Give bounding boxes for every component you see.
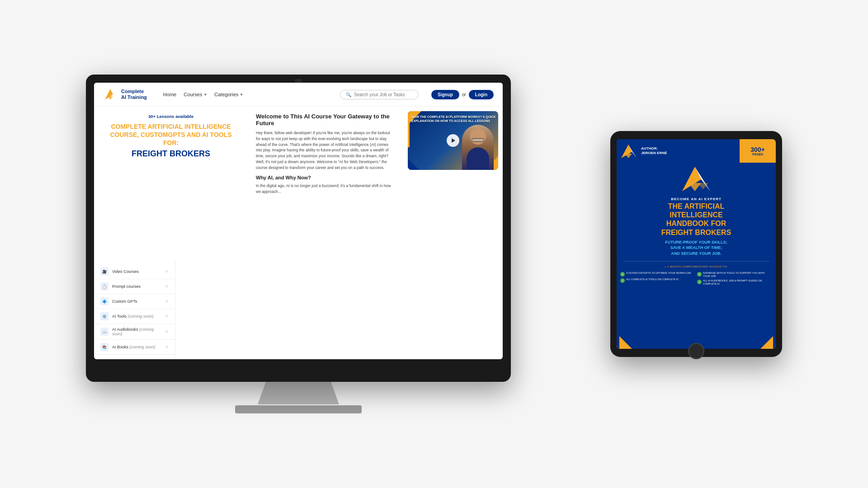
book-pages-area: 300+ PAGES	[740, 139, 776, 163]
triangle-right	[760, 336, 773, 349]
monitor-base	[235, 405, 362, 413]
custom-gpts-icon: 🔷	[100, 297, 108, 305]
categories-chevron: ▼	[240, 93, 243, 97]
sidebar-label: Custom GPTs	[112, 299, 137, 304]
book-author-label: AUTHOR:	[641, 146, 667, 151]
signup-button[interactable]: Signup	[431, 90, 459, 99]
sidebar-close-icon[interactable]: ✕	[165, 345, 169, 349]
svg-marker-3	[621, 145, 632, 158]
video-orange-bar	[408, 120, 410, 147]
article-subheading: Why AI, and Why Now?	[256, 175, 395, 180]
feature-text-4: ALL AI AUDIOBOOKS, JOB & PROMPT GUIDES O…	[703, 279, 772, 286]
monitor-screen: Complete AI Training Home Courses ▼	[94, 83, 503, 359]
book-feature-2: ✓ DATABASE WITH AI TOOLS TO SUPPORT YOU …	[697, 272, 772, 278]
sidebar-close-icon[interactable]: ✕	[165, 284, 169, 289]
sidebar-prompt-courses[interactable]: 📋 Prompt courses ✕	[94, 279, 175, 294]
nav-home[interactable]: Home	[163, 92, 176, 97]
svg-marker-6	[682, 167, 701, 191]
ai-audiobooks-icon: 📖	[100, 328, 108, 336]
lessons-badge: 30+ Lessons available	[103, 114, 239, 119]
check-icon-2: ✓	[697, 272, 702, 277]
book-divider	[623, 261, 769, 262]
navbar: Complete AI Training Home Courses ▼	[94, 83, 503, 107]
desktop-monitor: Complete AI Training Home Courses ▼	[86, 75, 511, 413]
sidebar-label: Video Courses	[112, 269, 139, 274]
book-access-text: + 1 MONTH COMPLIMENTARY ACCESS TO:	[617, 263, 776, 270]
hero-section: 30+ Lessons available COMPLETE ARTIFICIA…	[94, 107, 248, 260]
book-logo-area	[617, 163, 776, 194]
book-features: ✓ CUSTOM CHATGPTS TO OPTIMIZE YOUR WORKF…	[617, 270, 776, 288]
tablet-home-button[interactable]	[688, 343, 704, 359]
article-body: Hey there, fellow web developer! If you'…	[256, 130, 395, 170]
book-feature-4: ✓ ALL AI AUDIOBOOKS, JOB & PROMPT GUIDES…	[697, 279, 772, 286]
sidebar-close-icon[interactable]: ✕	[165, 329, 169, 334]
tablet-screen: AUTHOR: JEROEN ERNÉ 300+ PAGES	[617, 139, 776, 349]
sidebar-ai-books[interactable]: 📚 AI Books (coming soon) ✕	[94, 340, 175, 355]
nav-categories[interactable]: Categories ▼	[214, 92, 243, 97]
sidebar-label: AI Tools (coming soon)	[112, 314, 153, 319]
person-body	[467, 147, 489, 170]
courses-chevron: ▼	[203, 93, 207, 97]
check-icon-1: ✓	[620, 272, 625, 277]
book-become-text: BECOME AN AI EXPERT	[617, 194, 776, 202]
video-thumbnail[interactable]: HOW THE COMPLETE AI PLATFORM WORKS? A QU…	[408, 111, 498, 170]
sidebar-ai-tools[interactable]: ⚙️ AI Tools (coming soon) ✕	[94, 309, 175, 324]
triangle-bottomleft	[408, 159, 419, 170]
book-features-col2: ✓ DATABASE WITH AI TOOLS TO SUPPORT YOU …	[697, 272, 772, 286]
sidebar: 🎥 Video Courses ✕ 📋 Prompt courses	[94, 260, 175, 359]
login-button[interactable]: Login	[469, 90, 494, 99]
triangle-left	[619, 336, 632, 349]
article-body2: In the digital age, AI is no longer just…	[256, 183, 395, 195]
video-title-text: HOW THE COMPLETE AI PLATFORM WORKS? A QU…	[411, 115, 498, 123]
book-cover: AUTHOR: JEROEN ERNÉ 300+ PAGES	[617, 139, 776, 349]
monitor-frame: Complete AI Training Home Courses ▼	[86, 75, 511, 382]
book-pages-label: PAGES	[752, 153, 763, 156]
search-input[interactable]	[354, 92, 413, 97]
article-content: Welcome to This AI Course Your Gateway t…	[248, 107, 403, 359]
monitor-camera	[295, 79, 302, 83]
check-icon-4: ✓	[697, 280, 702, 284]
video-courses-icon: 🎥	[100, 267, 108, 276]
video-play-button[interactable]	[447, 134, 459, 147]
tablet: AUTHOR: JEROEN ERNÉ 300+ PAGES	[610, 131, 782, 357]
check-icon-3: ✓	[620, 278, 625, 283]
book-features-col1: ✓ CUSTOM CHATGPTS TO OPTIMIZE YOUR WORKF…	[620, 272, 695, 286]
svg-marker-5	[625, 154, 632, 158]
website: Complete AI Training Home Courses ▼	[94, 83, 503, 359]
nav-links: Home Courses ▼ Categories ▼	[163, 92, 243, 97]
book-main-title: THE ARTIFICIAL INTELLIGENCE HANDBOOK FOR…	[617, 202, 776, 237]
book-top-bar: AUTHOR: JEROEN ERNÉ 300+ PAGES	[617, 139, 776, 163]
nav-buttons: Signup or Login	[431, 90, 494, 99]
sidebar-ai-audiobooks[interactable]: 📖 AI Audiobooks (coming soon) ✕	[94, 324, 175, 340]
book-logo-small	[620, 143, 638, 159]
video-text-overlay: HOW THE COMPLETE AI PLATFORM WORKS? A QU…	[411, 115, 498, 123]
logo-text: Complete AI Training	[121, 89, 147, 100]
sidebar-label: Prompt courses	[112, 284, 141, 289]
sidebar-close-icon[interactable]: ✕	[165, 299, 169, 304]
sidebar-label: AI Books (coming soon)	[112, 345, 156, 349]
feature-text-1: CUSTOM CHATGPTS TO OPTIMIZE YOUR WORKFLO…	[626, 272, 691, 275]
sidebar-custom-gpts[interactable]: 🔷 Custom GPTs ✕	[94, 294, 175, 309]
person-image	[462, 125, 494, 170]
book-feature-1: ✓ CUSTOM CHATGPTS TO OPTIMIZE YOUR WORKF…	[620, 272, 695, 277]
search-bar[interactable]: 🔍	[340, 90, 419, 99]
prompt-courses-icon: 📋	[100, 282, 108, 291]
sidebar-video-courses[interactable]: 🎥 Video Courses ✕	[94, 264, 175, 279]
tablet-frame: AUTHOR: JEROEN ERNÉ 300+ PAGES	[610, 131, 782, 357]
main-content: 30+ Lessons available COMPLETE ARTIFICIA…	[94, 107, 503, 359]
monitor-stand	[258, 382, 339, 404]
book-feature-3: ✓ ALL COMPLETE AI TOOLS ON COMPLETE AI	[620, 278, 695, 283]
nav-courses[interactable]: Courses ▼	[184, 92, 207, 97]
hero-title: COMPLETE ARTIFICIAL INTELLIGENCE COURSE,…	[103, 122, 239, 147]
ai-books-icon: 📚	[100, 343, 108, 351]
person-glasses	[472, 138, 484, 142]
sidebar-label: AI Audiobooks (coming soon)	[112, 327, 165, 336]
sidebar-close-icon[interactable]: ✕	[165, 269, 169, 274]
article-heading: Welcome to This AI Course Your Gateway t…	[256, 113, 395, 127]
hero-main-title: FREIGHT BROKERS	[103, 149, 239, 159]
sidebar-close-icon[interactable]: ✕	[165, 314, 169, 319]
ai-tools-icon: ⚙️	[100, 312, 108, 320]
left-panel: 30+ Lessons available COMPLETE ARTIFICIA…	[94, 107, 248, 359]
book-tagline: FUTURE-PROOF YOUR SKILLS; SAVE A WEALTH …	[617, 237, 776, 259]
book-pages-count: 300+	[750, 146, 765, 153]
